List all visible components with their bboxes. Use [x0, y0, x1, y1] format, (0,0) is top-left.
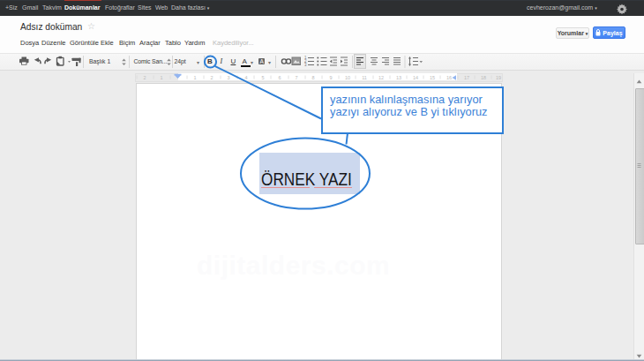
- svg-text:11: 11: [362, 75, 367, 80]
- svg-text:1: 1: [160, 75, 162, 80]
- svg-text:A: A: [260, 58, 265, 64]
- svg-text:14: 14: [413, 75, 418, 80]
- svg-text:13: 13: [396, 75, 401, 80]
- svg-text:18: 18: [481, 75, 486, 80]
- svg-text:4: 4: [244, 75, 247, 80]
- svg-text:7: 7: [295, 75, 297, 80]
- svg-text:2: 2: [210, 75, 213, 80]
- svg-text:1: 1: [193, 75, 196, 80]
- svg-text:17: 17: [464, 75, 469, 80]
- svg-text:3: 3: [304, 63, 307, 67]
- svg-text:19: 19: [496, 75, 501, 80]
- svg-text:6: 6: [278, 75, 281, 80]
- svg-text:10: 10: [345, 75, 350, 80]
- svg-text:5: 5: [261, 75, 264, 80]
- svg-text:2: 2: [143, 75, 146, 80]
- svg-text:3: 3: [227, 75, 229, 80]
- svg-text:16: 16: [446, 75, 452, 80]
- svg-text:15: 15: [430, 75, 435, 80]
- svg-text:12: 12: [378, 75, 384, 80]
- svg-text:9: 9: [329, 75, 332, 80]
- svg-text:8: 8: [311, 75, 314, 80]
